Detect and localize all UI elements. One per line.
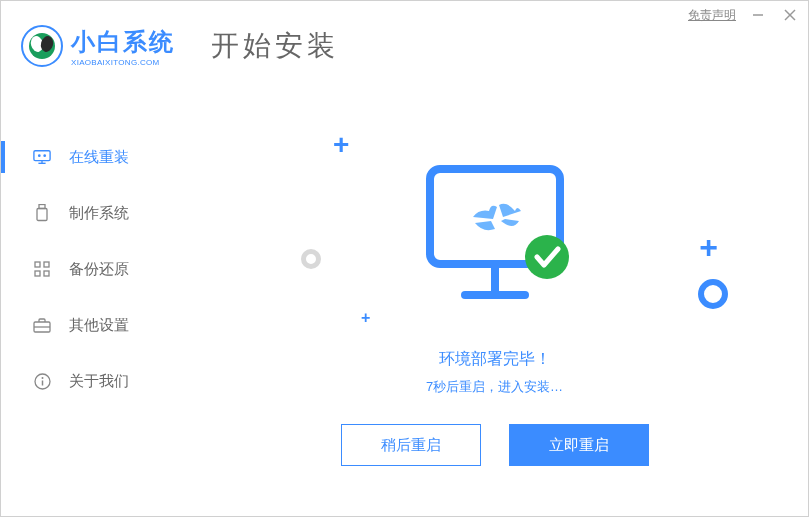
monitor-icon bbox=[33, 148, 51, 166]
decoration-plus-icon: + bbox=[699, 229, 718, 266]
status-text: 环境部署完毕！ 7秒后重启，进入安装… bbox=[181, 349, 808, 396]
logo: 小白系统 XIAOBAIXITONG.COM bbox=[21, 25, 175, 67]
decoration-plus-icon: + bbox=[333, 129, 349, 161]
decoration-circle-icon bbox=[301, 249, 321, 269]
sidebar-item-label: 制作系统 bbox=[69, 204, 129, 223]
minimize-icon bbox=[752, 9, 764, 21]
info-icon bbox=[33, 372, 51, 390]
logo-text: 小白系统 XIAOBAIXITONG.COM bbox=[71, 26, 175, 67]
decoration-plus-icon: + bbox=[361, 309, 370, 327]
grid-icon bbox=[33, 260, 51, 278]
svg-point-8 bbox=[38, 154, 41, 157]
svg-rect-13 bbox=[37, 209, 47, 221]
monitor-illustration bbox=[410, 149, 580, 323]
close-icon bbox=[784, 9, 796, 21]
svg-rect-15 bbox=[44, 262, 49, 267]
app-window: 免责声明 小白系统 XIAOBAIXITONG.COM 开始安装 bbox=[0, 0, 809, 517]
sidebar-item-settings[interactable]: 其他设置 bbox=[1, 297, 181, 353]
sidebar-item-backup[interactable]: 备份还原 bbox=[1, 241, 181, 297]
svg-point-9 bbox=[43, 154, 46, 157]
restart-now-button[interactable]: 立即重启 bbox=[509, 424, 649, 466]
minimize-button[interactable] bbox=[748, 5, 768, 25]
svg-rect-14 bbox=[35, 262, 40, 267]
sidebar-item-label: 备份还原 bbox=[69, 260, 129, 279]
logo-subtitle: XIAOBAIXITONG.COM bbox=[71, 58, 175, 67]
disclaimer-link[interactable]: 免责声明 bbox=[688, 7, 736, 24]
button-row: 稍后重启 立即重启 bbox=[181, 424, 808, 466]
decoration-circle-icon bbox=[698, 279, 728, 309]
svg-point-26 bbox=[525, 235, 569, 279]
close-button[interactable] bbox=[780, 5, 800, 25]
sidebar-item-about[interactable]: 关于我们 bbox=[1, 353, 181, 409]
svg-rect-7 bbox=[34, 151, 50, 161]
logo-icon bbox=[21, 25, 63, 67]
sidebar: 在线重装 制作系统 备份还原 其他设置 bbox=[1, 29, 181, 516]
restart-later-button[interactable]: 稍后重启 bbox=[341, 424, 481, 466]
content: 在线重装 制作系统 备份还原 其他设置 bbox=[1, 29, 808, 516]
sidebar-item-label: 关于我们 bbox=[69, 372, 129, 391]
status-countdown: 7秒后重启，进入安装… bbox=[181, 378, 808, 396]
header: 小白系统 XIAOBAIXITONG.COM 开始安装 bbox=[21, 25, 808, 67]
briefcase-icon bbox=[33, 316, 51, 334]
page-title: 开始安装 bbox=[211, 27, 339, 65]
illustration-area: + + + bbox=[181, 119, 808, 339]
status-main: 环境部署完毕！ bbox=[181, 349, 808, 370]
main-content: + + + bbox=[181, 29, 808, 516]
sidebar-item-label: 其他设置 bbox=[69, 316, 129, 335]
sidebar-item-reinstall[interactable]: 在线重装 bbox=[1, 129, 181, 185]
logo-title: 小白系统 bbox=[71, 26, 175, 58]
usb-icon bbox=[33, 204, 51, 222]
sidebar-item-label: 在线重装 bbox=[69, 148, 129, 167]
svg-point-21 bbox=[41, 377, 43, 379]
svg-rect-16 bbox=[35, 271, 40, 276]
sidebar-item-build[interactable]: 制作系统 bbox=[1, 185, 181, 241]
svg-rect-17 bbox=[44, 271, 49, 276]
